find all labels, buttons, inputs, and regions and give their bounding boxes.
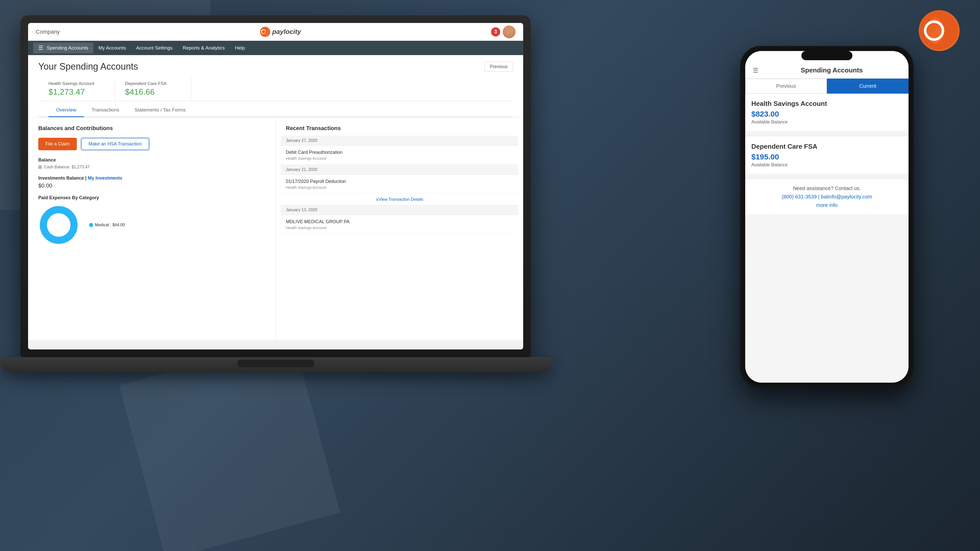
donut-container: Medical : $44.00: [38, 205, 265, 245]
content-area: Balances and Contributions File a Claim …: [28, 118, 523, 340]
fsa-label: Dependent Care FSA: [125, 81, 181, 86]
cash-balance: Cash Balance: $1,273.47: [38, 165, 265, 169]
nav-spending-accounts[interactable]: ☰ Spending Accounts: [33, 43, 94, 53]
page-title-row: Your Spending Accounts Previous: [38, 61, 513, 72]
mobile-fsa-section[interactable]: Dependent Care FSA $195.00 Available Bal…: [745, 137, 908, 174]
mobile-fsa-amount: $195.00: [751, 152, 902, 161]
nav-reports-label: Reports & Analytics: [183, 45, 225, 51]
transaction-date-0: January 27, 2020: [281, 136, 518, 146]
laptop-base: [0, 357, 551, 372]
investments-section: Investments Balance | My Investments $0.…: [38, 176, 265, 189]
notification-badge[interactable]: 3: [491, 27, 500, 37]
mobile-fsa-name: Dependent Care FSA: [751, 143, 902, 151]
avatar-face: [503, 25, 515, 38]
nav-my-accounts[interactable]: My Accounts: [94, 43, 131, 53]
left-panel: Balances and Contributions File a Claim …: [28, 118, 275, 340]
mobile-assistance: Need assistance? Contact us. (800) 631-3…: [745, 179, 908, 214]
svg-point-0: [920, 11, 958, 50]
svg-point-5: [43, 210, 74, 240]
cash-balance-text: Cash Balance: $1,273.47: [44, 165, 90, 169]
investments-label-text: Investments Balance: [38, 176, 84, 181]
phone-body: ☰ Spending Accounts Previous Current Hea…: [740, 46, 914, 388]
phone-notch: [801, 51, 853, 60]
legend-text: Medical : $44.00: [95, 223, 125, 227]
fsa-amount: $416.66: [125, 87, 181, 97]
nav-account-settings[interactable]: Account Settings: [131, 43, 178, 53]
hamburger-icon: ☰: [38, 44, 43, 51]
page-header: Your Spending Accounts Previous Health S…: [28, 55, 523, 118]
nav-my-accounts-label: My Accounts: [99, 45, 126, 51]
nav-spending-accounts-label: Spending Accounts: [47, 45, 88, 51]
expenses-section: Paid Expenses By Category Medical : $44.…: [38, 195, 265, 245]
mobile-fsa-balance-label: Available Balance: [751, 162, 902, 168]
balance-label: Balance: [38, 157, 265, 163]
hsa-card[interactable]: Health Savings Account $1,273.47: [38, 77, 115, 101]
transaction-name-2: MDLIVE MEDICAL GROUP PA: [286, 219, 513, 224]
mobile-more-info-link[interactable]: more info: [751, 202, 902, 208]
company-label: Company: [36, 29, 60, 35]
fsa-card[interactable]: Dependent Care FSA $416.66: [115, 77, 191, 101]
previous-button[interactable]: Previous: [484, 62, 513, 72]
mobile-email-link[interactable]: batinfo@paylocity.com: [821, 194, 872, 200]
transaction-date-2: January 13, 2020: [281, 205, 518, 215]
svg-point-3: [929, 25, 940, 36]
nav-logo-text: paylocity: [272, 28, 301, 36]
mobile-hamburger-icon[interactable]: ☰: [753, 67, 759, 74]
mobile-divider-1: [745, 134, 908, 137]
mobile-tabs: Previous Current: [745, 79, 908, 94]
account-cards: Health Savings Account $1,273.47 Depende…: [38, 77, 513, 101]
transaction-account-0: Health Savings Account: [286, 156, 513, 160]
top-right-logo: [919, 10, 959, 51]
logo-svg: [919, 10, 959, 51]
logo-circle: [919, 10, 959, 51]
chart-legend: Medical : $44.00: [89, 223, 125, 227]
mobile-phone-link[interactable]: (800) 631-3539: [782, 194, 817, 200]
hsa-amount: $1,273.47: [48, 87, 104, 97]
transaction-name-1: 01/17/2020 Payroll Deduction: [286, 179, 513, 184]
mobile-divider-2: [745, 177, 908, 179]
balance-section: Balance Cash Balance: $1,273.47: [38, 157, 265, 169]
hsa-transaction-button[interactable]: Make an HSA Transaction: [81, 138, 149, 150]
tab-transactions[interactable]: Transactions: [84, 103, 127, 117]
nav-logo-icon: [260, 27, 270, 37]
user-avatar[interactable]: [503, 25, 515, 38]
action-buttons: File a Claim Make an HSA Transaction: [38, 138, 265, 150]
expenses-label: Paid Expenses By Category: [38, 195, 265, 200]
mobile-assistance-text: Need assistance? Contact us.: [751, 186, 902, 191]
transaction-item-2[interactable]: MDLIVE MEDICAL GROUP PA Health Savings A…: [281, 215, 518, 234]
tab-overview[interactable]: Overview: [48, 103, 84, 117]
legend-dot: [89, 223, 93, 227]
file-claim-button[interactable]: File a Claim: [38, 138, 77, 150]
nav-account-settings-label: Account Settings: [136, 45, 172, 51]
view-details-text: View Transaction Details: [379, 197, 423, 202]
view-transaction-details[interactable]: ∨ View Transaction Details: [281, 194, 518, 205]
transaction-date-1: January 21, 2020: [281, 165, 518, 175]
nav-help[interactable]: Help: [230, 43, 250, 53]
investments-amount: $0.00: [38, 183, 265, 189]
transaction-name-0: Debit Card Preauthorization: [286, 150, 513, 155]
mobile-hsa-name: Health Savings Account: [751, 100, 902, 108]
mobile-hsa-section[interactable]: Health Savings Account $823.00 Available…: [745, 94, 908, 131]
balance-indicator: [38, 165, 42, 169]
nav-help-label: Help: [235, 45, 245, 51]
mobile-hsa-amount: $823.00: [751, 110, 902, 118]
laptop-container: Company paylocity 3 ☰ Spending Accounts …: [21, 15, 551, 398]
my-investments-link[interactable]: My Investments: [88, 176, 122, 181]
right-panel: Recent Transactions January 27, 2020 Deb…: [275, 118, 523, 340]
phone-container: ☰ Spending Accounts Previous Current Hea…: [740, 46, 914, 388]
laptop-screen: Company paylocity 3 ☰ Spending Accounts …: [28, 23, 523, 349]
mobile-tab-previous[interactable]: Previous: [745, 79, 827, 94]
transaction-item-0[interactable]: Debit Card Preauthorization Health Savin…: [281, 146, 518, 165]
transaction-item-1[interactable]: 01/17/2020 Payroll Deduction Health Savi…: [281, 175, 518, 194]
donut-chart-svg: [38, 205, 79, 245]
main-nav: ☰ Spending Accounts My Accounts Account …: [28, 41, 523, 55]
nav-logo: paylocity: [70, 27, 491, 37]
app-header: Company paylocity 3: [28, 23, 523, 41]
page-title: Your Spending Accounts: [38, 61, 138, 72]
transactions-title: Recent Transactions: [281, 122, 518, 132]
tab-statements[interactable]: Statements / Tax Forms: [127, 103, 193, 117]
transaction-account-1: Health Savings Account: [286, 185, 513, 189]
mobile-tab-current[interactable]: Current: [827, 79, 908, 94]
nav-reports-analytics[interactable]: Reports & Analytics: [178, 43, 230, 53]
mobile-title: Spending Accounts: [762, 66, 901, 74]
